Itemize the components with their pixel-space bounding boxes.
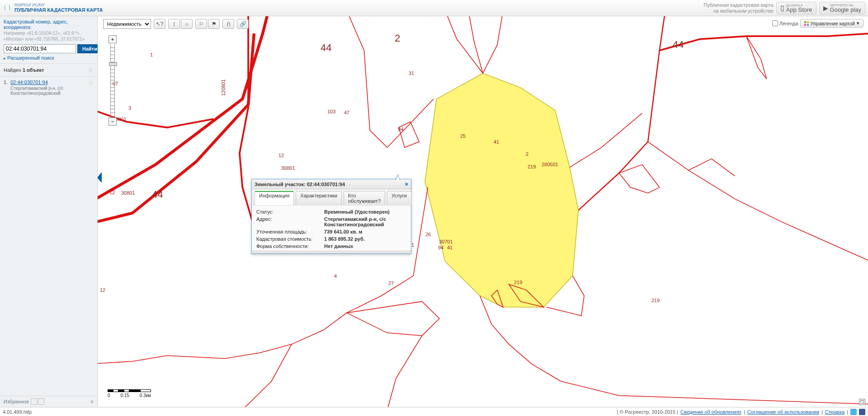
popup-close-icon[interactable]: × <box>405 181 408 187</box>
tab-info[interactable]: Информация <box>255 191 294 205</box>
favorite-item-icon[interactable]: ☆ <box>88 79 94 96</box>
facebook-icon[interactable] <box>859 409 865 415</box>
result-num: 1. <box>4 79 8 96</box>
gplay-big: Google play <box>830 7 861 13</box>
header-left: ПОРТАЛ УСЛУГ ПУБЛИЧНАЯ КАДАСТРОВАЯ КАРТА <box>3 3 103 13</box>
layers-grid-icon <box>804 21 809 26</box>
favorites-label: Избранное <box>4 399 29 404</box>
favorites-collapse-icon[interactable]: ≡ <box>91 399 94 404</box>
info-row: Уточненная площадь:739 641.00 кв. м <box>256 228 406 235</box>
info-row: Кадастровая стоимость:1 863 895.32 руб. <box>256 235 406 243</box>
map-area[interactable]: Недвижимость ↖? ⟟ ⌕ ⚐ ⚑ ⎙ 🔗 Легенд <box>98 16 868 407</box>
manage-map-button[interactable]: Управление картой ▾ <box>800 19 863 28</box>
tab-who[interactable]: Кто обслуживает? <box>344 191 385 205</box>
legend-checkbox[interactable]: Легенда <box>772 20 798 26</box>
info-key: Статус: <box>256 209 324 215</box>
mobile-promo-text: Публичная кадастровая карта на мобильном… <box>704 2 774 14</box>
marker-icon[interactable]: ⚐ <box>195 19 207 29</box>
footer-copyright: | © Росреестр, 2010-2015 | <box>617 409 678 415</box>
footer: 4.01.499.http | © Росреестр, 2010-2015 |… <box>0 407 868 416</box>
result-cadnum-link[interactable]: 02:44:030701:94 <box>10 79 85 85</box>
info-key: Уточненная площадь: <box>256 229 324 234</box>
favorites-block: Избранное ≡ <box>0 396 97 407</box>
map-toolbar: Недвижимость ↖? ⟟ ⌕ ⚐ ⚑ ⎙ 🔗 <box>103 19 249 29</box>
search-hint: Например «61:6:10104:12», «61:6:*», «Мос… <box>4 31 94 42</box>
zoom-slider[interactable] <box>110 44 115 117</box>
sidebar: Кадастровый номер, адрес, координата: На… <box>0 16 98 407</box>
tab-services[interactable]: Услуги <box>387 191 411 205</box>
footer-link-agreement[interactable]: Соглашение об использовании <box>747 409 819 415</box>
zoom-thumb[interactable] <box>109 62 117 66</box>
info-value: Стерлитамакский р-н, с/с Константиноград… <box>324 216 406 227</box>
result-item: 1. 02:44:030701:94 Стерлитамакский р-н, … <box>4 79 94 96</box>
footer-version: 4.01.499.http <box>3 409 32 415</box>
tool-icon[interactable]: ⌕ <box>181 19 193 29</box>
info-key: Кадастровая стоимость: <box>256 236 324 242</box>
map-toolbar-right: Легенда Управление картой ▾ <box>772 19 863 28</box>
popup-footer <box>252 251 411 253</box>
tab-chars[interactable]: Характеристики <box>296 191 342 205</box>
identify-icon[interactable]: ↖? <box>154 19 165 29</box>
link-icon[interactable]: 🔗 <box>237 19 249 29</box>
fav-import-icon[interactable] <box>38 398 44 405</box>
phone-icon: ▯ <box>780 4 784 12</box>
popup-title-text: Земельный участок: 02:44:030701:94 <box>255 182 345 187</box>
scale-bar: 0 0.15 0.3км <box>108 389 151 398</box>
result-desc: Стерлитамакский р-н, с/с Константиноград… <box>10 86 85 96</box>
info-key: Адрес: <box>256 216 324 227</box>
header-right: Публичная кадастровая карта на мобильном… <box>704 2 865 14</box>
popup-arrow <box>395 174 400 180</box>
info-row: Форма собственности:Нет данных <box>256 243 406 250</box>
info-row: Адрес:Стерлитамакский р-н, с/с Константи… <box>256 215 406 228</box>
search-input[interactable] <box>4 44 76 53</box>
info-value: 1 863 895.32 руб. <box>324 236 406 242</box>
info-value: 739 641.00 кв. м <box>324 229 406 234</box>
play-icon: ▶ <box>823 5 828 12</box>
layer-select[interactable]: Недвижимость <box>103 19 151 29</box>
info-row: Статус:Временный (Удостоверен) <box>256 208 406 215</box>
googleplay-button[interactable]: ▶ ЗАГРУЗИТЕ НА Google play <box>819 2 865 14</box>
footer-link-updates[interactable]: Сведения об обновлениях <box>680 409 741 415</box>
twitter-icon[interactable] <box>850 409 857 415</box>
marker2-icon[interactable]: ⚑ <box>208 19 220 29</box>
popup-body[interactable]: Статус:Временный (Удостоверен)Адрес:Стер… <box>252 205 411 251</box>
maximize-icon[interactable] <box>859 399 865 405</box>
zoom-out-button[interactable]: − <box>108 117 117 126</box>
mobile-line1: Публичная кадастровая карта <box>704 2 774 8</box>
info-value: Нет данных <box>324 243 406 249</box>
popup-title-bar: Земельный участок: 02:44:030701:94 × <box>252 179 411 189</box>
main: Кадастровый номер, адрес, координата: На… <box>0 16 868 407</box>
portal-line1: ПОРТАЛ УСЛУГ <box>14 3 103 8</box>
info-value: Временный (Удостоверен) <box>324 209 406 215</box>
favorite-all-icon[interactable]: ☆ <box>88 66 94 74</box>
app-header: ПОРТАЛ УСЛУГ ПУБЛИЧНАЯ КАДАСТРОВАЯ КАРТА… <box>0 0 868 16</box>
mobile-line2: на мобильном устройстве <box>704 8 774 14</box>
portal-title: ПОРТАЛ УСЛУГ ПУБЛИЧНАЯ КАДАСТРОВАЯ КАРТА <box>14 3 103 13</box>
popup-tabs: Информация Характеристики Кто обслуживае… <box>252 189 411 205</box>
parcel-popup: Земельный участок: 02:44:030701:94 × Инф… <box>251 179 411 254</box>
measure-icon[interactable]: ⟟ <box>168 19 180 29</box>
footer-link-help[interactable]: Справка <box>825 409 844 415</box>
search-block: Кадастровый номер, адрес, координата: На… <box>0 16 97 64</box>
appstore-button[interactable]: ▯ Доступно в App Store <box>776 2 816 14</box>
logo-icon <box>3 3 12 12</box>
search-label: Кадастровый номер, адрес, координата: <box>4 19 94 30</box>
cadastral-map <box>98 16 868 407</box>
zoom-in-button[interactable]: + <box>108 35 117 43</box>
portal-line2: ПУБЛИЧНАЯ КАДАСТРОВАЯ КАРТА <box>14 7 103 13</box>
fav-export-icon[interactable] <box>31 398 37 405</box>
info-key: Форма собственности: <box>256 243 324 249</box>
results-header: Найден 1 объект ☆ <box>0 64 97 77</box>
chevron-down-icon: ▾ <box>857 20 859 26</box>
results-list: 1. 02:44:030701:94 Стерлитамакский р-н, … <box>0 77 97 396</box>
advanced-search-link[interactable]: Расширенный поиск <box>4 55 94 61</box>
zoom-control: + − <box>108 35 117 126</box>
print-icon[interactable]: ⎙ <box>222 19 234 29</box>
appstore-big: App Store <box>786 7 812 13</box>
